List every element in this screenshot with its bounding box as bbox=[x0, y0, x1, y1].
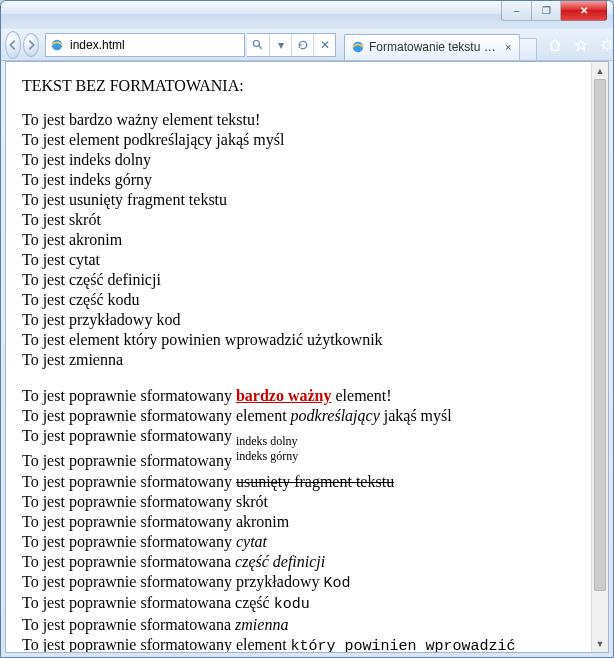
back-button[interactable] bbox=[5, 31, 21, 59]
formatted-line: To jest poprawnie sformatowany indeks do… bbox=[22, 426, 592, 449]
scroll-track[interactable] bbox=[592, 79, 608, 635]
scroll-thumb[interactable] bbox=[594, 79, 606, 591]
tab-favicon-icon bbox=[351, 40, 365, 54]
em-text: podkreślający bbox=[291, 407, 380, 424]
window-controls: – ❐ ✕ bbox=[501, 1, 607, 21]
arrow-left-icon bbox=[6, 38, 20, 52]
forward-button[interactable] bbox=[23, 33, 39, 57]
del-text: usunięty fragment tekstu bbox=[236, 473, 394, 490]
content-viewport: TEKST BEZ FORMATOWANIA: To jest bardzo w… bbox=[5, 61, 609, 653]
plain-line: To jest indeks dolny bbox=[22, 150, 592, 170]
strong-text: bardzo ważny bbox=[236, 387, 332, 404]
svg-line-9 bbox=[603, 40, 604, 41]
svg-line-11 bbox=[603, 48, 604, 49]
stop-icon[interactable]: ✕ bbox=[313, 34, 335, 56]
samp-text: kodu bbox=[274, 596, 310, 613]
sup-text: indeks górny bbox=[236, 449, 298, 463]
plain-line: To jest element podkreślający jakąś myśl bbox=[22, 130, 592, 150]
new-tab-button[interactable] bbox=[519, 38, 537, 60]
tab-active[interactable]: Formatowanie tekstu w H... × bbox=[344, 34, 520, 60]
scroll-up-icon[interactable]: ▲ bbox=[592, 62, 608, 79]
svg-line-12 bbox=[611, 40, 612, 41]
navigation-bar: ▾ ✕ Formatowanie tekstu w H... × bbox=[1, 29, 613, 61]
vertical-scrollbar[interactable]: ▲ ▼ bbox=[591, 62, 608, 652]
formatted-line: To jest poprawnie sformatowana część def… bbox=[22, 552, 592, 572]
formatted-line: To jest poprawnie sformatowany bardzo wa… bbox=[22, 386, 592, 406]
minimize-button[interactable]: – bbox=[501, 1, 531, 21]
sub-text: indeks dolny bbox=[236, 434, 298, 448]
address-bar[interactable] bbox=[45, 33, 245, 57]
var-text: zmienna bbox=[235, 616, 288, 633]
search-icon[interactable] bbox=[247, 34, 269, 56]
maximize-button[interactable]: ❐ bbox=[531, 1, 561, 21]
toolbar-icons bbox=[539, 37, 614, 53]
plain-line: To jest zmienna bbox=[22, 350, 592, 370]
plain-line: To jest bardzo ważny element tekstu! bbox=[22, 110, 592, 130]
plain-line: To jest skrót bbox=[22, 210, 592, 230]
formatted-line: To jest poprawnie sformatowany przykłado… bbox=[22, 572, 592, 594]
page-heading: TEKST BEZ FORMATOWANIA: bbox=[22, 76, 592, 96]
plain-line: To jest część definicji bbox=[22, 270, 592, 290]
svg-line-10 bbox=[611, 48, 612, 49]
refresh-icon[interactable] bbox=[291, 34, 313, 56]
svg-point-0 bbox=[52, 39, 63, 50]
titlebar: – ❐ ✕ bbox=[1, 1, 613, 29]
code-text: Kod bbox=[323, 575, 350, 592]
plain-line: To jest akronim bbox=[22, 230, 592, 250]
dfn-text: część definicji bbox=[235, 553, 325, 570]
plain-line: To jest usunięty fragment tekstu bbox=[22, 190, 592, 210]
home-icon[interactable] bbox=[547, 37, 563, 53]
plain-line: To jest cytat bbox=[22, 250, 592, 270]
scroll-down-icon[interactable]: ▼ bbox=[592, 635, 608, 652]
dropdown-icon[interactable]: ▾ bbox=[269, 34, 291, 56]
arrow-right-icon bbox=[24, 38, 38, 52]
favorites-icon[interactable] bbox=[573, 37, 589, 53]
formatted-line: To jest poprawnie sformatowany indeks gó… bbox=[22, 449, 592, 471]
page-content: TEKST BEZ FORMATOWANIA: To jest bardzo w… bbox=[6, 62, 608, 653]
svg-line-2 bbox=[259, 45, 262, 48]
tab-title: Formatowanie tekstu w H... bbox=[369, 40, 499, 54]
plain-line: To jest część kodu bbox=[22, 290, 592, 310]
formatted-line: To jest poprawnie sformatowany element p… bbox=[22, 406, 592, 426]
plain-line: To jest indeks górny bbox=[22, 170, 592, 190]
close-button[interactable]: ✕ bbox=[561, 1, 607, 21]
address-controls: ▾ ✕ bbox=[247, 33, 336, 57]
browser-window: – ❐ ✕ ▾ ✕ bbox=[0, 0, 614, 658]
cite-text: cytat bbox=[236, 533, 267, 550]
formatted-line: To jest poprawnie sformatowany element k… bbox=[22, 635, 592, 653]
plain-line: To jest przykładowy kod bbox=[22, 310, 592, 330]
address-input[interactable] bbox=[68, 37, 240, 53]
svg-point-3 bbox=[353, 42, 364, 53]
formatted-line: To jest poprawnie sformatowana zmienna bbox=[22, 615, 592, 635]
formatted-line: To jest poprawnie sformatowany usunięty … bbox=[22, 472, 592, 492]
plain-line: To jest element który powinien wprowadzi… bbox=[22, 330, 592, 350]
formatted-line: To jest poprawnie sformatowany skrót bbox=[22, 492, 592, 512]
svg-point-1 bbox=[254, 40, 260, 46]
formatted-line: To jest poprawnie sformatowany akronim bbox=[22, 512, 592, 532]
formatted-line: To jest poprawnie sformatowana część kod… bbox=[22, 593, 592, 615]
tools-icon[interactable] bbox=[599, 37, 614, 53]
ie-favicon-icon bbox=[50, 38, 64, 52]
tab-close-button[interactable]: × bbox=[503, 41, 513, 53]
formatted-line: To jest poprawnie sformatowany cytat bbox=[22, 532, 592, 552]
svg-point-4 bbox=[604, 41, 611, 48]
tab-bar: Formatowanie tekstu w H... × bbox=[344, 30, 537, 60]
